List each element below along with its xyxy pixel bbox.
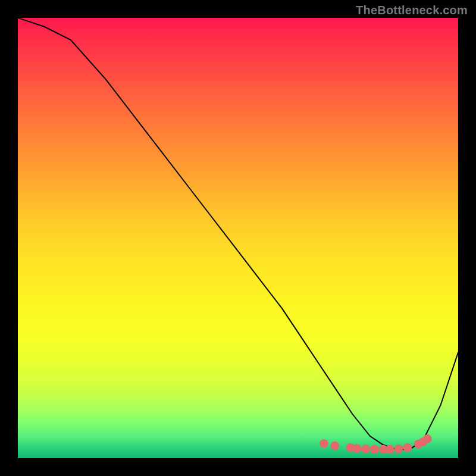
curve-path — [18, 18, 458, 449]
optimal-marker — [330, 441, 339, 450]
optimal-marker — [394, 444, 403, 453]
optimal-marker — [403, 443, 412, 452]
optimal-zone-markers — [320, 434, 432, 454]
optimal-marker — [361, 444, 370, 453]
optimal-marker — [352, 444, 361, 453]
optimal-marker — [423, 434, 432, 443]
watermark-text: TheBottleneck.com — [356, 4, 468, 17]
optimal-marker — [370, 445, 379, 454]
optimal-marker — [386, 445, 394, 454]
plot-area — [18, 18, 458, 458]
chart-frame: TheBottleneck.com — [0, 0, 476, 476]
optimal-marker — [320, 439, 328, 448]
chart-svg — [18, 18, 458, 458]
bottleneck-curve — [18, 18, 458, 449]
